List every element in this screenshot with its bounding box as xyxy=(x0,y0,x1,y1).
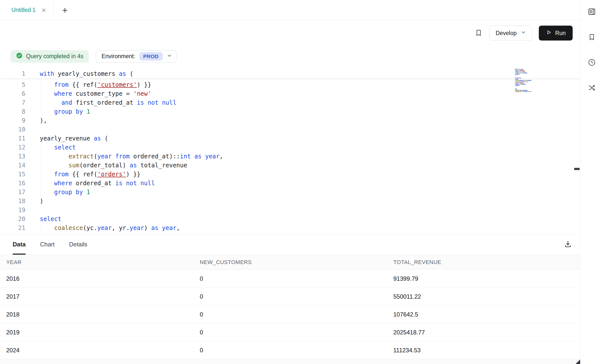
table-cell: 2018 xyxy=(0,306,200,323)
line-number: 13 xyxy=(0,152,32,161)
table-cell: 2019 xyxy=(0,323,200,341)
code-line[interactable]: 7 and first_ordered_at is not null xyxy=(0,98,580,107)
results-grid: YEARNEW_CUSTOMERSTOTAL_REVENUE 201609139… xyxy=(0,255,580,364)
main-column: Untitled 1 × + Develop Ru xyxy=(0,0,580,364)
table-row: 2016091399.79 xyxy=(0,270,580,288)
sticky-line-number: 1 xyxy=(0,69,32,78)
table-cell: 107642.5 xyxy=(393,306,580,323)
chevron-down-icon xyxy=(521,30,526,37)
code-line[interactable]: 20select xyxy=(0,215,580,224)
code-line[interactable]: 14 sum(order_total) as total_revenue xyxy=(0,161,580,170)
column-header: TOTAL_REVENUE xyxy=(393,255,580,270)
indent-guide xyxy=(41,98,41,107)
environment-label: Environment: xyxy=(101,53,135,60)
indent-guide xyxy=(41,161,41,170)
indent-guide xyxy=(41,143,41,152)
line-number: 14 xyxy=(0,161,32,170)
line-number: 7 xyxy=(0,98,32,107)
right-rail xyxy=(580,0,603,364)
run-button[interactable]: Run xyxy=(539,26,573,41)
code-line[interactable]: 10 xyxy=(0,125,580,134)
close-tab-icon[interactable]: × xyxy=(42,6,46,14)
line-number: 12 xyxy=(0,143,32,152)
code-text: ), xyxy=(32,116,47,125)
code-line[interactable]: 12 select xyxy=(0,143,580,152)
table-cell: 0 xyxy=(200,270,393,288)
environment-selector[interactable]: Environment: PROD xyxy=(96,50,177,63)
code-line[interactable]: 6 where customer_type = 'new' xyxy=(0,89,580,98)
code-lines: 5 from {{ ref('customers') }}6 where cus… xyxy=(0,80,580,234)
table-cell: 111234.53 xyxy=(393,341,580,359)
column-header: YEAR xyxy=(0,255,200,270)
code-editor[interactable]: 1 with yearly_customers as ( 5 from {{ r… xyxy=(0,67,580,234)
code-line[interactable]: 5 from {{ ref('customers') }} xyxy=(0,80,580,89)
code-line[interactable]: 15 from {{ ref('orders') }} xyxy=(0,170,580,179)
lineage-panel-button[interactable] xyxy=(586,83,597,93)
overview-ruler-marker xyxy=(574,168,580,170)
code-text: from {{ ref('orders') }} xyxy=(32,170,141,179)
outline-panel-button[interactable] xyxy=(586,6,597,17)
line-number: 10 xyxy=(0,125,32,134)
code-text: coalesce(yc.year, yr.year) as year, xyxy=(32,224,180,232)
code-line[interactable]: 13 extract(year from ordered_at)::int as… xyxy=(0,152,580,161)
query-status-badge: Query completed in 4s xyxy=(10,50,89,63)
download-button[interactable] xyxy=(564,240,572,249)
download-icon xyxy=(564,240,572,249)
code-line[interactable]: 9), xyxy=(0,116,580,125)
table-cell: 0 xyxy=(200,323,393,341)
minimap[interactable] xyxy=(515,69,544,92)
tab-label: Untitled 1 xyxy=(11,7,36,13)
table-cell: 2024 xyxy=(0,341,200,359)
sticky-code-line[interactable]: 1 with yearly_customers as ( xyxy=(0,69,580,78)
code-text xyxy=(32,206,40,215)
code-line[interactable]: 8 group by 1 xyxy=(0,107,580,116)
develop-dropdown[interactable]: Develop xyxy=(489,26,532,41)
line-number: 15 xyxy=(0,170,32,179)
table-cell: 0 xyxy=(200,306,393,323)
bookmark-icon xyxy=(474,29,483,38)
line-number: 17 xyxy=(0,188,32,197)
bookmark-icon xyxy=(588,33,596,42)
line-number: 21 xyxy=(0,224,32,232)
bookmark-button[interactable] xyxy=(474,29,483,38)
results-tab-details[interactable]: Details xyxy=(69,234,87,255)
tab-untitled-1[interactable]: Untitled 1 × xyxy=(0,0,54,20)
indent-guide xyxy=(41,152,41,161)
query-status-text: Query completed in 4s xyxy=(26,53,83,60)
indent-guide xyxy=(41,170,41,179)
code-line[interactable]: 18) xyxy=(0,197,580,206)
code-line[interactable]: 17 group by 1 xyxy=(0,188,580,197)
code-line[interactable]: 11yearly_revenue as ( xyxy=(0,134,580,143)
history-panel-button[interactable] xyxy=(586,57,597,68)
new-tab-button[interactable]: + xyxy=(62,5,68,15)
lineage-shuffle-icon xyxy=(588,84,596,93)
table-row: 20240111234.53 xyxy=(0,341,580,359)
results-tab-data[interactable]: Data xyxy=(13,234,26,255)
line-number: 6 xyxy=(0,89,32,98)
column-header: NEW_CUSTOMERS xyxy=(200,255,393,270)
play-icon xyxy=(546,29,552,37)
code-text: yearly_revenue as ( xyxy=(32,134,108,143)
code-line[interactable]: 21 coalesce(yc.year, yr.year) as year, xyxy=(0,224,580,232)
horizontal-scrollbar[interactable] xyxy=(0,359,580,364)
table-row: 20170550011.22 xyxy=(0,288,580,306)
results-tab-chart[interactable]: Chart xyxy=(40,234,55,255)
indent-guide xyxy=(41,80,41,89)
resize-grip[interactable] xyxy=(576,360,580,364)
line-number: 5 xyxy=(0,80,32,89)
line-number: 8 xyxy=(0,107,32,116)
code-line[interactable]: 16 where ordered_at is not null xyxy=(0,179,580,188)
results-table: YEARNEW_CUSTOMERSTOTAL_REVENUE 201609139… xyxy=(0,255,580,359)
toolbar: Develop Run xyxy=(0,20,580,46)
table-cell: 0 xyxy=(200,288,393,306)
code-text xyxy=(32,125,40,134)
code-line[interactable]: 19 xyxy=(0,206,580,215)
bookmarks-panel-button[interactable] xyxy=(586,32,597,43)
code-text: where ordered_at is not null xyxy=(32,179,155,188)
sticky-code-text: with yearly_customers as ( xyxy=(32,69,133,78)
line-number: 18 xyxy=(0,197,32,206)
line-number: 11 xyxy=(0,134,32,143)
code-text: extract(year from ordered_at)::int as ye… xyxy=(32,152,223,161)
code-text: from {{ ref('customers') }} xyxy=(32,80,151,89)
code-text: sum(order_total) as total_revenue xyxy=(32,161,187,170)
